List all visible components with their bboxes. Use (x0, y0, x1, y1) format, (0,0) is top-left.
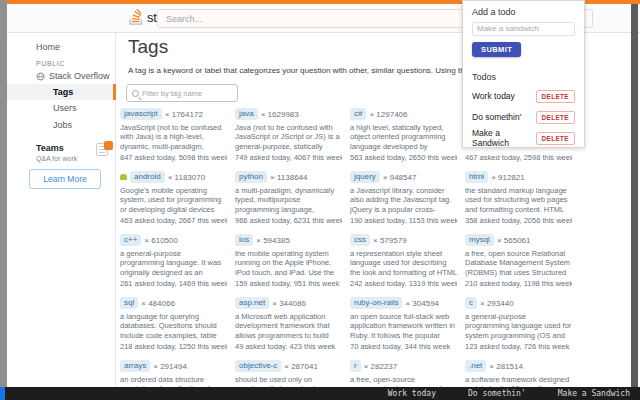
tag-link[interactable]: c# (350, 108, 366, 120)
tag-link[interactable]: c++ (120, 234, 141, 246)
tag-description: a Javascript library, consider also addi… (350, 186, 457, 214)
tag-link[interactable]: asp.net (235, 297, 269, 309)
teams-block: Teams Q&A for work (36, 143, 111, 162)
tag-link[interactable]: ios (235, 234, 253, 246)
sidebar-item-home[interactable]: Home (36, 42, 60, 52)
tag-question-count: × 1629983 (261, 110, 299, 119)
todo-list-item: Work today DELETE (472, 90, 575, 103)
todo-input[interactable] (472, 22, 575, 36)
tag-link[interactable]: python (235, 171, 267, 183)
tag-card: css × 579579 a representation style shee… (350, 234, 457, 290)
tag-question-count: × 291494 (153, 362, 187, 371)
tag-description: Java (not to be confused with JavaScript… (235, 123, 342, 151)
tag-question-count: × 1297406 (369, 110, 407, 119)
tag-description: a general-purpose programming language u… (465, 312, 572, 340)
tag-question-count: × 579579 (373, 236, 407, 245)
tag-link[interactable]: c (465, 297, 477, 309)
sidebar-item-jobs[interactable]: Jobs (53, 120, 72, 130)
submit-todo-button[interactable]: SUBMIT (472, 42, 521, 57)
tag-stats: 218 asked today, 1250 this week (120, 342, 227, 351)
todo-list: Work today DELETE Do somethin' DELETE Ma… (472, 90, 575, 145)
learn-more-button[interactable]: Learn More (29, 169, 101, 189)
todo-item-label: Make a Sandwich (472, 128, 536, 148)
todo-item-label: Do somethin' (472, 112, 521, 122)
scrollbar[interactable] (631, 4, 638, 387)
tag-link[interactable]: sql (120, 297, 138, 309)
tag-link[interactable]: android (130, 171, 165, 183)
tag-stats: 261 asked today, 1469 this week (120, 279, 227, 288)
tag-description: a Microsoft web application development … (235, 312, 342, 340)
sidebar-item-label: Stack Overflow (49, 71, 110, 81)
todo-list-item: Make a Sandwich DELETE (472, 132, 575, 145)
tag-question-count: × 1138644 (270, 173, 307, 182)
teams-subtitle: Q&A for work (36, 155, 111, 162)
tag-filter (126, 84, 238, 102)
tag-stats: 847 asked today, 5098 this week (120, 153, 227, 162)
tag-stats: 563 asked today, 2650 this week (350, 153, 457, 162)
tag-stats: 749 asked today, 4067 this week (235, 153, 342, 162)
sidebar-item-stack-overflow[interactable]: Stack Overflow (36, 71, 110, 81)
tag-link[interactable]: mysql (465, 234, 494, 246)
tag-stats: 159 asked today, 951 this week (235, 279, 342, 288)
bottom-bar-todo-text: Work today (388, 389, 436, 398)
sidebar: Home PUBLIC Stack Overflow Tags Users Jo… (7, 33, 116, 387)
tag-description: the mobile operating system running on t… (235, 249, 342, 277)
tag-stats: 358 asked today, 2056 this week (465, 216, 572, 225)
todo-item-label: Work today (472, 91, 515, 101)
delete-todo-button[interactable]: DELETE (536, 111, 575, 124)
sidebar-item-tags[interactable]: Tags (7, 84, 116, 100)
tag-card: ruby-on-rails × 304594 an open source fu… (350, 297, 457, 353)
tag-description: JavaScript (not to be confused with Java… (120, 123, 227, 151)
tag-link[interactable]: r (350, 360, 361, 372)
page: stackoverflow Home PUBLIC Stack Overflow… (0, 0, 640, 400)
tag-question-count: × 594385 (256, 236, 290, 245)
tag-link[interactable]: jquery (350, 171, 380, 183)
tag-stats: 463 asked today, 2667 this week (120, 216, 227, 225)
bottom-bar-todo-text: Do somethin' (468, 389, 526, 398)
tag-link[interactable]: objective-c (235, 360, 281, 372)
tag-stats: 49 asked today, 423 this week (235, 342, 342, 351)
tag-filter-input[interactable] (142, 89, 232, 98)
tag-stats: 190 asked today, 1153 this week (350, 216, 457, 225)
page-title: Tags (128, 36, 168, 58)
android-icon (120, 174, 127, 180)
tag-stats: 242 asked today, 1319 this week (350, 279, 457, 288)
tag-card: android × 1183070 Google's mobile operat… (120, 171, 227, 227)
tag-card: c++ × 610500 a general-purpose programmi… (120, 234, 227, 290)
tag-card: sql × 484066 a language for querying dat… (120, 297, 227, 353)
tag-stats: 123 asked today, 726 this week (465, 342, 572, 351)
tag-description: a high level, statically typed, object o… (350, 123, 457, 151)
tag-link[interactable]: arrays (120, 360, 150, 372)
tag-description: Google's mobile operating system, used f… (120, 186, 227, 214)
stackoverflow-icon (129, 9, 143, 25)
tag-description: a representation style sheet language us… (350, 249, 457, 277)
tag-link[interactable]: javascript (120, 108, 162, 120)
delete-todo-button[interactable]: DELETE (536, 132, 575, 145)
todo-overlay-panel: Add a todo SUBMIT Todos Work today DELET… (462, 0, 585, 148)
tag-question-count: × 484066 (141, 299, 175, 308)
tag-link[interactable]: .net (465, 360, 486, 372)
tag-question-count: × 282237 (364, 362, 398, 371)
teams-chat-icon (96, 141, 111, 156)
tag-question-count: × 293440 (480, 299, 514, 308)
tag-stats: 70 asked today, 344 this week (350, 342, 457, 351)
tag-question-count: × 344086 (272, 299, 306, 308)
sidebar-item-users[interactable]: Users (53, 103, 77, 113)
tag-card: html × 912821 the standard markup langua… (465, 171, 572, 227)
tag-card: java × 1629983 Java (not to be confused … (235, 108, 342, 164)
bottom-bar-blue-marker (0, 387, 5, 400)
bottom-bar-todo-text: Make a Sandwich (558, 389, 630, 398)
tag-description: a multi-paradigm, dynamically typed, mul… (235, 186, 342, 214)
tag-link[interactable]: css (350, 234, 370, 246)
delete-todo-button[interactable]: DELETE (536, 90, 575, 103)
scrollbar-thumb[interactable] (631, 4, 638, 387)
tag-stats: 467 asked today, 2598 this week (465, 153, 572, 162)
tag-question-count: × 912821 (491, 173, 525, 182)
tag-link[interactable]: java (235, 108, 258, 120)
tag-description: the standard markup language used for st… (465, 186, 572, 214)
tag-card: asp.net × 344086 a Microsoft web applica… (235, 297, 342, 353)
tag-link[interactable]: html (465, 171, 488, 183)
tag-card: python × 1138644 a multi-paradigm, dynam… (235, 171, 342, 227)
tag-link[interactable]: ruby-on-rails (350, 297, 402, 309)
bottom-status-bar: Work todayDo somethin'Make a Sandwich (0, 387, 640, 400)
